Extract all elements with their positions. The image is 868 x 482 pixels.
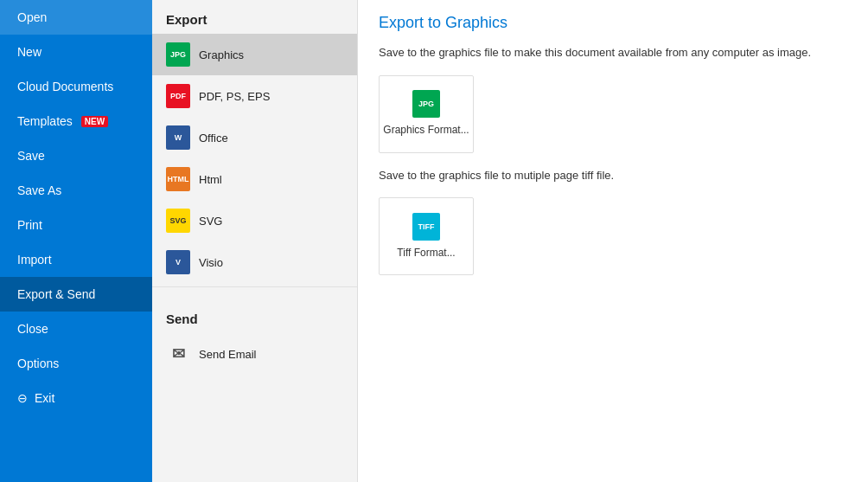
tiff-format-label: Tiff Format...: [397, 246, 455, 260]
sidebar-label-open: Open: [17, 10, 47, 24]
tiff-format-card[interactable]: TIFF Tiff Format...: [379, 197, 474, 275]
export-item-office[interactable]: W Office: [152, 117, 357, 158]
send-email-item[interactable]: ✉ Send Email: [152, 333, 357, 375]
right-panel: Export to Graphics Save to the graphics …: [358, 0, 868, 482]
sidebar-item-open[interactable]: Open: [0, 0, 152, 35]
graphics-label: Graphics: [199, 48, 244, 61]
divider: [152, 286, 357, 287]
svg-label: SVG: [199, 215, 222, 228]
sidebar-item-print[interactable]: Print: [0, 208, 152, 242]
sidebar-label-import: Import: [17, 253, 52, 267]
sidebar-label-templates: Templates: [17, 114, 73, 128]
sidebar-item-exit[interactable]: ⊖ Exit: [0, 381, 152, 415]
templates-new-badge: NEW: [81, 116, 108, 127]
export-item-visio[interactable]: V Visio: [152, 241, 357, 283]
sidebar-item-new[interactable]: New: [0, 35, 152, 69]
visio-label: Visio: [199, 256, 223, 269]
sidebar-item-save-as[interactable]: Save As: [0, 173, 152, 208]
sidebar-label-export-send: Export & Send: [17, 287, 95, 301]
sidebar-item-import[interactable]: Import: [0, 242, 152, 277]
send-section: Send ✉ Send Email: [152, 299, 357, 375]
pdf-label: PDF, PS, EPS: [199, 90, 270, 103]
graphics-format-icon: JPG: [412, 90, 440, 118]
tiff-format-icon: TIFF: [412, 213, 440, 241]
sidebar-item-close[interactable]: Close: [0, 312, 152, 346]
sidebar-item-export-send[interactable]: Export & Send: [0, 277, 152, 312]
sidebar-label-exit: Exit: [35, 391, 54, 405]
graphics-format-card[interactable]: JPG Graphics Format...: [379, 75, 474, 153]
export-item-pdf[interactable]: PDF PDF, PS, EPS: [152, 75, 357, 117]
office-label: Office: [199, 132, 228, 145]
graphics-icon: JPG: [166, 42, 190, 67]
middle-panel: Export JPG Graphics PDF PDF, PS, EPS W O…: [152, 0, 358, 482]
send-section-title: Send: [152, 299, 357, 333]
right-panel-title: Export to Graphics: [379, 14, 847, 32]
sidebar-item-templates[interactable]: Templates NEW: [0, 104, 152, 138]
sidebar-item-save[interactable]: Save: [0, 138, 152, 173]
sidebar-label-new: New: [17, 45, 41, 59]
exit-circle-icon: ⊖: [17, 391, 28, 405]
svg-icon: SVG: [166, 209, 190, 233]
sidebar-label-save: Save: [17, 149, 45, 163]
export-item-html[interactable]: HTML Html: [152, 158, 357, 200]
sidebar-item-options[interactable]: Options: [0, 346, 152, 381]
right-description-2: Save to the graphics file to mutiple pag…: [379, 167, 847, 184]
pdf-icon: PDF: [166, 84, 190, 108]
sidebar-label-save-as: Save As: [17, 183, 61, 197]
right-description-1: Save to the graphics file to make this d…: [379, 44, 847, 61]
export-item-svg[interactable]: SVG SVG: [152, 200, 357, 241]
sidebar-item-cloud-documents[interactable]: Cloud Documents: [0, 69, 152, 104]
send-email-label: Send Email: [199, 348, 256, 361]
graphics-format-label: Graphics Format...: [383, 123, 469, 138]
export-item-graphics[interactable]: JPG Graphics: [152, 34, 357, 75]
sidebar-label-close: Close: [17, 322, 48, 336]
email-icon: ✉: [166, 342, 190, 366]
sidebar: Open New Cloud Documents Templates NEW S…: [0, 0, 152, 482]
sidebar-label-options: Options: [17, 357, 59, 370]
export-section-title: Export: [152, 0, 357, 34]
office-icon: W: [166, 125, 190, 150]
html-label: Html: [199, 173, 222, 186]
sidebar-label-cloud: Cloud Documents: [17, 80, 113, 93]
html-icon: HTML: [166, 167, 190, 191]
visio-icon: V: [166, 250, 190, 274]
sidebar-label-print: Print: [17, 218, 42, 232]
